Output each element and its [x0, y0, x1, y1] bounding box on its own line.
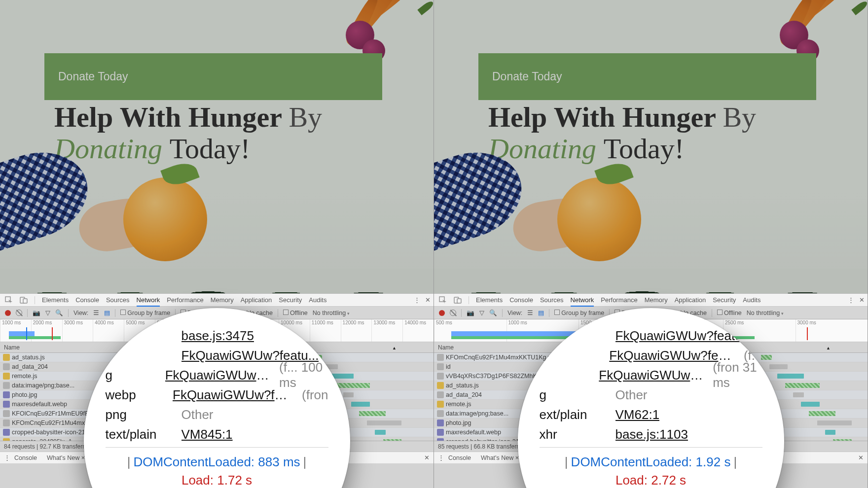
- file-type-icon: [3, 419, 10, 426]
- vegetables-graphic: [330, 0, 434, 59]
- tab-sources[interactable]: Sources: [540, 296, 564, 304]
- svg-rect-5: [457, 299, 461, 303]
- waterfall-icon[interactable]: ▤: [538, 309, 544, 316]
- file-type-icon: [437, 354, 444, 361]
- drawer-toggle-icon[interactable]: ⋮: [4, 454, 10, 461]
- view-label: View:: [73, 310, 88, 316]
- timeline-tick: 4000 ms: [93, 319, 124, 342]
- donate-label: Donate Today: [492, 70, 562, 83]
- vegetables-graphic: [764, 0, 868, 59]
- offline-checkbox[interactable]: Offline: [283, 310, 308, 316]
- tab-elements[interactable]: Elements: [476, 296, 503, 304]
- drawer-console[interactable]: Console: [448, 454, 471, 461]
- device-icon[interactable]: [454, 296, 462, 304]
- drawer-close-icon[interactable]: ✕: [424, 454, 430, 461]
- throttling-select[interactable]: No throttling: [313, 310, 350, 316]
- comparison-pane-left: Donate Today Help With Hunger By Donatin…: [0, 0, 434, 488]
- file-type-icon: [3, 429, 10, 436]
- kebab-icon[interactable]: ⋮: [848, 296, 854, 304]
- filter-icon[interactable]: ▽: [479, 309, 484, 316]
- tab-audits[interactable]: Audits: [743, 296, 760, 304]
- inspect-icon[interactable]: [439, 296, 447, 304]
- magnifier-footer-right: | DOMContentLoaded: 1.92 s | Load: 2.72 …: [540, 447, 762, 488]
- large-rows-icon[interactable]: ☰: [93, 309, 99, 316]
- file-type-icon: [437, 429, 444, 436]
- camera-icon[interactable]: 📷: [33, 309, 40, 316]
- filter-icon[interactable]: ▽: [45, 309, 50, 316]
- file-type-icon: [437, 410, 444, 417]
- file-type-icon: [437, 373, 444, 380]
- large-rows-icon[interactable]: ☰: [527, 309, 533, 316]
- tab-application[interactable]: Application: [241, 296, 272, 304]
- timeline-tick: 11000 ms: [310, 319, 341, 342]
- tab-memory[interactable]: Memory: [645, 296, 668, 304]
- view-label: View:: [507, 310, 522, 316]
- record-button[interactable]: [439, 310, 445, 316]
- tab-network[interactable]: Network: [137, 296, 160, 307]
- timeline-tick: 12000 ms: [341, 319, 372, 342]
- tab-console[interactable]: Console: [509, 296, 533, 304]
- close-icon[interactable]: ✕: [425, 296, 431, 304]
- search-icon[interactable]: 🔍: [489, 309, 497, 316]
- tab-security[interactable]: Security: [279, 296, 302, 304]
- timeline-tick: 3000 ms: [62, 319, 93, 342]
- camera-icon[interactable]: 📷: [467, 309, 474, 316]
- throttling-select[interactable]: No throttling: [747, 310, 784, 316]
- donate-banner[interactable]: Donate Today: [44, 53, 382, 100]
- website-preview: Donate Today Help With Hunger By Donatin…: [434, 0, 868, 293]
- file-type-icon: [3, 363, 10, 370]
- file-type-icon: [437, 438, 444, 441]
- file-type-icon: [3, 373, 10, 380]
- search-icon[interactable]: 🔍: [55, 309, 63, 316]
- donate-banner[interactable]: Donate Today: [478, 53, 816, 100]
- file-type-icon: [3, 401, 10, 408]
- timeline-tick: 14000 ms: [402, 319, 434, 342]
- timeline-tick: 3000 ms: [796, 319, 868, 342]
- file-type-icon: [437, 363, 444, 370]
- file-type-icon: [437, 391, 444, 398]
- file-type-icon: [437, 419, 444, 426]
- clear-icon[interactable]: [450, 310, 456, 316]
- waterfall-icon[interactable]: ▤: [104, 309, 110, 316]
- drawer-toggle-icon[interactable]: ⋮: [438, 454, 444, 461]
- file-type-icon: [3, 438, 10, 441]
- devtools-tabs: Elements Console Sources Network Perform…: [0, 294, 434, 307]
- clear-icon[interactable]: [16, 310, 22, 316]
- kebab-icon[interactable]: ⋮: [414, 296, 420, 304]
- record-button[interactable]: [5, 310, 11, 316]
- timeline-tick: 13000 ms: [371, 319, 402, 342]
- tab-performance[interactable]: Performance: [167, 296, 203, 304]
- group-by-frame-checkbox[interactable]: Group by frame: [554, 310, 604, 316]
- tab-network[interactable]: Network: [571, 296, 594, 307]
- file-type-icon: [3, 410, 10, 417]
- hand-orange-graphic: [0, 126, 207, 254]
- file-type-icon: [437, 382, 444, 389]
- drawer-whatsnew[interactable]: What's New ×: [481, 454, 519, 461]
- tab-console[interactable]: Console: [75, 296, 99, 304]
- donate-label: Donate Today: [58, 70, 128, 83]
- tab-performance[interactable]: Performance: [601, 296, 637, 304]
- offline-checkbox[interactable]: Offline: [717, 310, 742, 316]
- device-icon[interactable]: [20, 296, 28, 304]
- tab-application[interactable]: Application: [675, 296, 706, 304]
- file-type-icon: [3, 391, 10, 398]
- website-preview: Donate Today Help With Hunger By Donatin…: [0, 0, 434, 293]
- file-type-icon: [437, 401, 444, 408]
- drawer-whatsnew[interactable]: What's New ×: [47, 454, 85, 461]
- svg-rect-2: [23, 299, 27, 303]
- drawer-console[interactable]: Console: [14, 454, 37, 461]
- inspect-icon[interactable]: [5, 296, 13, 304]
- tab-audits[interactable]: Audits: [309, 296, 326, 304]
- comparison-pane-right: Donate Today Help With Hunger By Donatin…: [434, 0, 868, 488]
- tab-security[interactable]: Security: [713, 296, 736, 304]
- file-type-icon: [3, 382, 10, 389]
- file-type-icon: [3, 354, 10, 361]
- hand-orange-graphic: [434, 126, 641, 254]
- tab-elements[interactable]: Elements: [42, 296, 69, 304]
- tab-sources[interactable]: Sources: [106, 296, 130, 304]
- close-icon[interactable]: ✕: [859, 296, 865, 304]
- devtools-tabs: Elements Console Sources Network Perform…: [434, 294, 868, 307]
- tab-memory[interactable]: Memory: [211, 296, 234, 304]
- group-by-frame-checkbox[interactable]: Group by frame: [120, 310, 170, 316]
- drawer-close-icon[interactable]: ✕: [858, 454, 864, 461]
